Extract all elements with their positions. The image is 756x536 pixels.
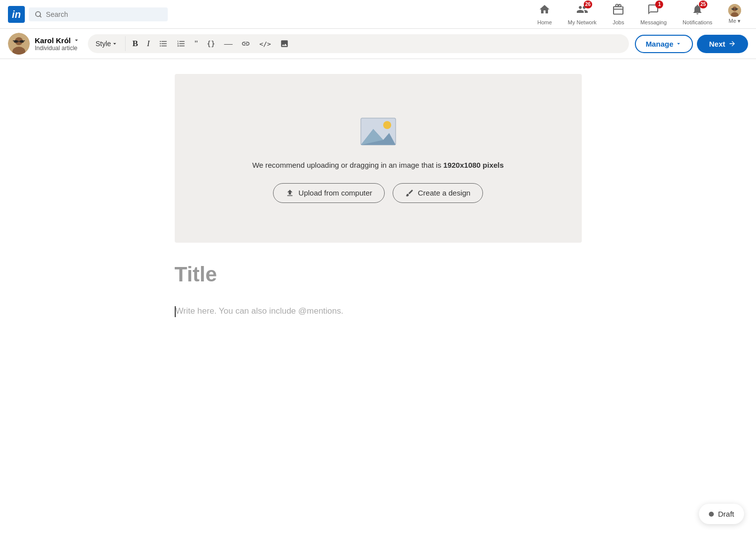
nav-item-jobs[interactable]: Jobs — [606, 0, 631, 28]
image-upload-area[interactable]: We recommend uploading or dragging in an… — [175, 74, 582, 243]
formatting-toolbar: Style B I " {} — </> — [88, 34, 629, 53]
main-content: We recommend uploading or dragging in an… — [165, 59, 592, 376]
author-info: Karol Król Individual article — [8, 33, 80, 55]
design-icon — [405, 189, 414, 198]
article-title[interactable]: Title — [175, 263, 582, 292]
ordered-list-button[interactable] — [173, 37, 190, 50]
svg-point-19 — [383, 121, 391, 129]
me-avatar — [728, 4, 741, 17]
svg-rect-14 — [20, 40, 24, 43]
manage-dropdown-icon — [675, 40, 682, 47]
top-navigation: in Home 26 My Network Jobs — [0, 0, 756, 29]
nav-label-messaging: Messaging — [640, 19, 667, 25]
code-block-button[interactable]: {} — [203, 38, 219, 50]
upload-icon — [285, 189, 294, 198]
svg-rect-6 — [735, 8, 738, 10]
style-dropdown-icon — [111, 40, 118, 47]
linkedin-logo[interactable]: in — [8, 6, 25, 23]
logo-letter: in — [12, 9, 21, 19]
bold-button[interactable]: B — [129, 37, 142, 51]
blockquote-button[interactable]: " — [191, 37, 202, 51]
jobs-icon — [613, 3, 624, 18]
next-label: Next — [709, 40, 725, 48]
draft-label: Draft — [718, 510, 734, 518]
draft-badge: Draft — [699, 504, 744, 524]
svg-rect-5 — [732, 8, 734, 10]
toolbar-actions: Manage Next — [635, 35, 748, 53]
editor-toolbar: Karol Król Individual article Style B I … — [0, 29, 756, 59]
search-bar[interactable] — [29, 7, 168, 21]
create-a-design-button[interactable]: Create a design — [393, 183, 483, 203]
upload-hint: We recommend uploading or dragging in an… — [252, 161, 504, 169]
my-network-icon: 26 — [576, 3, 588, 18]
svg-rect-7 — [734, 9, 735, 9]
divider-button[interactable]: — — [220, 37, 236, 51]
inline-code-button[interactable]: </> — [255, 38, 275, 50]
upload-actions: Upload from computer Create a design — [273, 183, 482, 203]
nav-item-me[interactable]: Me ▾ — [721, 1, 748, 27]
nav-item-notifications[interactable]: 25 Notifications — [676, 0, 719, 28]
toolbar-divider-1 — [125, 36, 126, 51]
notifications-badge: 25 — [699, 0, 707, 8]
draft-dot — [709, 512, 714, 517]
next-button[interactable]: Next — [697, 35, 748, 53]
messaging-icon: 1 — [647, 3, 659, 18]
search-icon — [35, 10, 42, 18]
style-button[interactable]: Style — [92, 38, 122, 50]
image-button[interactable] — [276, 37, 293, 50]
svg-line-1 — [40, 15, 41, 17]
nav-items: Home 26 My Network Jobs 1 Messaging — [530, 0, 748, 28]
author-name: Karol Król — [35, 36, 80, 45]
home-icon — [539, 3, 550, 18]
nav-item-my-network[interactable]: 26 My Network — [561, 0, 604, 28]
nav-label-home: Home — [537, 19, 551, 25]
nav-label-me: Me ▾ — [729, 18, 741, 24]
author-details: Karol Król Individual article — [35, 36, 80, 52]
author-type: Individual article — [35, 45, 80, 52]
messaging-badge: 1 — [655, 0, 663, 8]
nav-label-notifications: Notifications — [683, 19, 712, 25]
my-network-badge: 26 — [584, 0, 592, 8]
next-arrow-icon — [728, 40, 736, 48]
nav-item-messaging[interactable]: 1 Messaging — [633, 0, 674, 28]
nav-label-my-network: My Network — [568, 19, 597, 25]
svg-line-16 — [13, 41, 14, 41]
italic-button[interactable]: I — [143, 37, 154, 51]
svg-rect-15 — [18, 41, 20, 42]
link-button[interactable] — [237, 37, 254, 50]
svg-rect-13 — [14, 40, 18, 43]
notifications-icon: 25 — [691, 3, 703, 18]
article-body[interactable]: Write here. You can also include @mentio… — [175, 306, 582, 346]
manage-button[interactable]: Manage — [635, 35, 693, 53]
unordered-list-button[interactable] — [155, 37, 172, 50]
search-input[interactable] — [46, 10, 162, 18]
nav-label-jobs: Jobs — [613, 19, 624, 25]
svg-line-17 — [24, 41, 25, 41]
upload-from-computer-button[interactable]: Upload from computer — [273, 183, 384, 203]
image-placeholder-icon — [358, 114, 398, 149]
author-avatar — [8, 33, 30, 55]
nav-item-home[interactable]: Home — [530, 0, 558, 28]
dropdown-icon — [73, 37, 80, 44]
